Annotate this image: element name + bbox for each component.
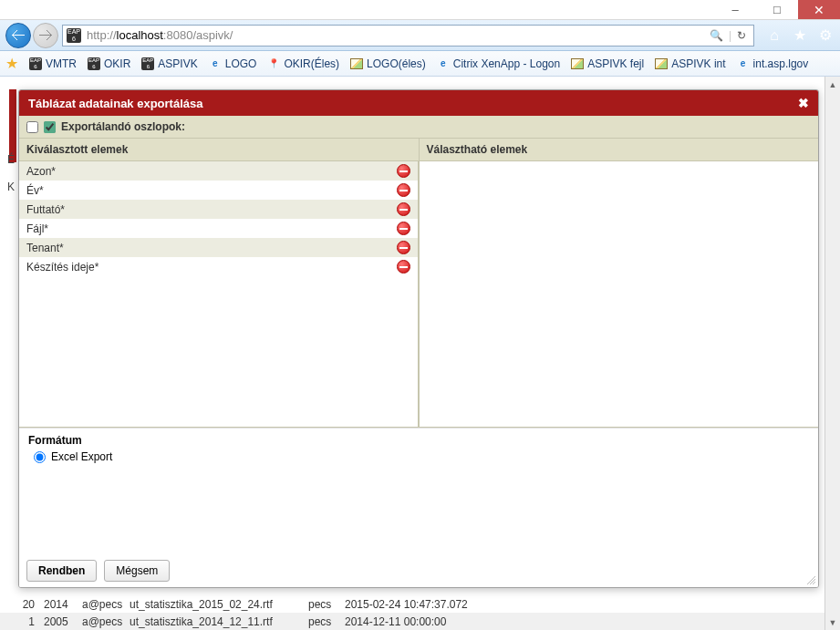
column-name: Azon*	[26, 165, 56, 178]
remove-column-icon[interactable]	[397, 241, 410, 254]
selected-items-list[interactable]: Azon*Év*Futtató*Fájl*Tenant*Készítés ide…	[19, 161, 420, 427]
format-section: Formátum Excel Export	[19, 428, 818, 472]
bookmarks-bar: ★ EAP6VMTREAP6OKIREAP6ASPIVKeLOGO📍OKIR(É…	[0, 51, 840, 77]
selected-column-item[interactable]: Futtató*	[19, 200, 418, 219]
bookmark-label: OKIR	[104, 57, 130, 70]
image-icon	[655, 58, 668, 69]
bookmark-item[interactable]: EAP6ASPIVK	[136, 56, 202, 72]
format-radio-excel[interactable]	[34, 451, 46, 463]
browser-address-bar: 🡠 🡢 EAP6 http://localhost:8080/aspivk/ 🔍…	[0, 20, 840, 51]
dialog-buttons: Rendben Mégsem	[19, 554, 818, 587]
dialog-title-text: Táblázat adatainak exportálása	[28, 97, 202, 110]
ok-button[interactable]: Rendben	[26, 560, 97, 582]
remove-column-icon[interactable]	[397, 260, 410, 274]
url-text: http://localhost:8080/aspivk/	[87, 28, 704, 42]
bookmark-label: ASPIVK fejl	[587, 57, 644, 70]
bg-app-stripe	[9, 89, 16, 162]
eap-icon: EAP6	[29, 57, 42, 70]
bookmark-item[interactable]: ASPIVK fejl	[565, 56, 649, 72]
home-icon[interactable]: ⌂	[765, 27, 783, 44]
bookmark-item[interactable]: EAP6VMTR	[24, 56, 82, 72]
nav-forward-button[interactable]: 🡢	[33, 23, 58, 48]
export-columns-label: Exportálandó oszlopok:	[61, 120, 185, 133]
window-close-button[interactable]: ✕	[798, 0, 840, 19]
select-all-checkbox[interactable]	[44, 121, 56, 133]
dialog-titlebar[interactable]: Táblázat adatainak exportálása ✖	[19, 90, 818, 116]
nav-back-button[interactable]: 🡠	[5, 23, 31, 48]
selected-column-item[interactable]: Év*	[19, 181, 418, 200]
bookmark-item[interactable]: ASPIVK int	[649, 56, 731, 72]
tools-gear-icon[interactable]: ⚙	[816, 26, 835, 44]
bookmark-item[interactable]: eLOGO	[203, 56, 263, 72]
table-row[interactable]: 202014a@pecsut_statisztika_2015_02_24.rt…	[0, 595, 824, 613]
bookmark-label: Citrix XenApp - Logon	[453, 57, 560, 70]
add-favorite-icon[interactable]: ★	[5, 55, 20, 72]
bookmark-label: int.asp.lgov	[753, 57, 809, 70]
window-maximize-button[interactable]: □	[756, 0, 798, 19]
bookmark-label: LOGO	[225, 57, 257, 70]
bg-letter-2: K	[7, 181, 15, 193]
remove-column-icon[interactable]	[397, 222, 410, 235]
remove-column-icon[interactable]	[397, 164, 410, 178]
refresh-icon[interactable]: ↻	[737, 29, 746, 42]
column-name: Év*	[26, 184, 44, 197]
selected-column-item[interactable]: Készítés ideje*	[19, 257, 418, 276]
column-name: Tenant*	[26, 242, 64, 254]
scroll-up-icon[interactable]: ▲	[825, 77, 840, 92]
window-minimize-button[interactable]: –	[714, 0, 756, 19]
bookmark-item[interactable]: LOGO(éles)	[345, 56, 431, 72]
bookmark-item[interactable]: EAP6OKIR	[82, 56, 136, 72]
search-dropdown-icon[interactable]: 🔍	[710, 29, 723, 42]
site-icon: EAP6	[67, 28, 81, 43]
format-label: Formátum	[28, 434, 809, 447]
eap-icon: EAP6	[141, 57, 154, 70]
cancel-button[interactable]: Mégsem	[104, 560, 170, 582]
image-icon	[571, 58, 584, 69]
table-row[interactable]: 12005a@pecsut_statisztika_2014_12_11.rtf…	[0, 613, 824, 630]
column-name: Készítés ideje*	[26, 261, 99, 274]
bookmark-item[interactable]: eint.asp.lgov	[731, 56, 814, 72]
scroll-down-icon[interactable]: ▼	[825, 615, 840, 630]
bookmark-label: ASPIVK	[158, 57, 197, 70]
dialog-close-icon[interactable]: ✖	[798, 96, 809, 110]
column-list-headers: Kiválasztott elemek Választható elemek	[19, 139, 818, 161]
page-scrollbar[interactable]: ▲ ▼	[824, 77, 840, 630]
ie-icon: e	[737, 57, 750, 70]
bg-letter-1: É	[7, 153, 15, 166]
bookmark-label: OKIR(Éles)	[284, 57, 339, 70]
select-none-checkbox[interactable]	[26, 121, 38, 133]
pin-icon: 📍	[267, 57, 280, 70]
remove-column-icon[interactable]	[397, 183, 410, 197]
bookmark-item[interactable]: 📍OKIR(Éles)	[262, 56, 345, 72]
column-name: Futtató*	[26, 203, 65, 216]
available-items-list[interactable]	[420, 161, 818, 427]
available-items-header: Választható elemek	[420, 139, 819, 160]
bookmark-item[interactable]: eCitrix XenApp - Logon	[431, 56, 565, 72]
export-columns-header: Exportálandó oszlopok:	[19, 116, 818, 139]
bookmark-label: VMTR	[46, 57, 77, 70]
url-input[interactable]: EAP6 http://localhost:8080/aspivk/ 🔍 | ↻	[62, 25, 754, 46]
selected-items-header: Kiválasztott elemek	[19, 139, 420, 160]
ie-icon: e	[209, 57, 222, 70]
refresh-separator-icon: |	[729, 29, 731, 42]
dialog-resize-grip[interactable]	[804, 573, 815, 584]
selected-column-item[interactable]: Tenant*	[19, 238, 418, 257]
bookmark-label: ASPIVK int	[671, 57, 725, 70]
nav-arrows: 🡠 🡢	[5, 23, 58, 48]
format-option-excel[interactable]: Excel Export	[28, 450, 809, 463]
ie-icon: e	[437, 57, 450, 70]
selected-column-item[interactable]: Azon*	[19, 161, 418, 181]
selected-column-item[interactable]: Fájl*	[19, 219, 418, 238]
bg-table: 202014a@pecsut_statisztika_2015_02_24.rt…	[0, 595, 824, 630]
remove-column-icon[interactable]	[397, 202, 410, 216]
eap-icon: EAP6	[88, 57, 100, 70]
window-titlebar: – □ ✕	[0, 0, 840, 20]
bookmark-label: LOGO(éles)	[367, 57, 426, 70]
image-icon	[350, 58, 363, 69]
export-dialog: Táblázat adatainak exportálása ✖ Exportá…	[18, 89, 819, 588]
column-name: Fájl*	[26, 222, 48, 235]
favorites-icon[interactable]: ★	[791, 26, 809, 44]
